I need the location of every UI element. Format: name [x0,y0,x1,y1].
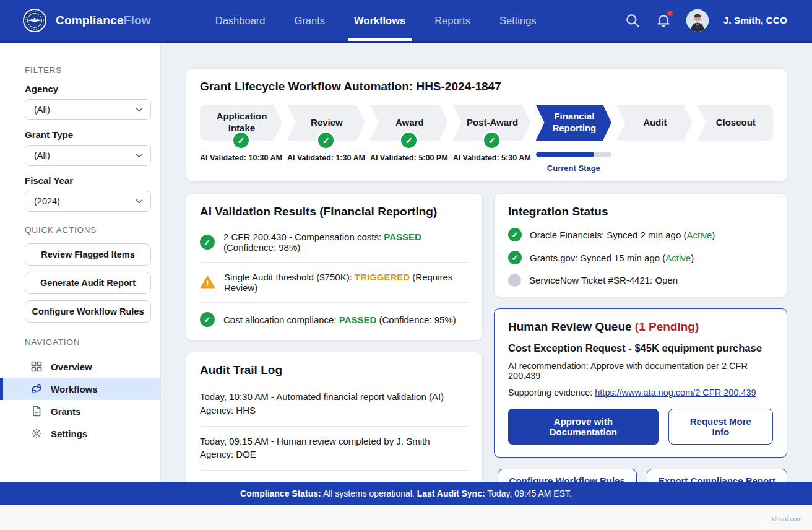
stage-validated-caption: AI Validated: 10:30 AM [200,154,282,162]
integration-status-card: Integration Status ✓ Oracle Financials: … [494,193,787,297]
gray-dot-icon [508,274,521,287]
approve-with-documentation-button[interactable]: Approve with Documentation [508,409,659,445]
fiscal-year-filter-label: Fiscal Year [25,175,150,186]
stage-chip-current[interactable]: Financial Reporting [536,105,611,141]
warning-triangle-icon: ! [200,275,215,290]
stage-application-intake: Application Intake ✓ AI Validated: 10:30… [200,105,282,173]
current-stage-progressbar [536,152,611,157]
evidence-link[interactable]: https://www.ata:nog.com/2 CFR 200.439 [595,388,756,398]
stage-chip[interactable]: Closeout [698,105,773,141]
ai-validation-title: AI Validation Results (Financial Reporti… [200,205,469,219]
svg-text:!: ! [207,279,209,288]
validation-row: ✓ 2 CFR 200.430 - Compensation costs: PA… [200,222,469,263]
integration-status-title: Integration Status [508,205,773,219]
user-avatar[interactable] [686,9,709,32]
agency-filter-label: Agency [25,84,150,94]
notifications-bell-icon[interactable] [655,12,672,28]
grant-type-select-value: (All) [34,150,50,160]
validation-text: 2 CFR 200.430 - Compensation costs: PASS… [223,232,469,253]
stage-financial-reporting: Financial Reporting Current Stage [536,105,611,173]
integration-text: Grants.gov: Synced 15 min ago (Active) [530,253,694,263]
agency-seal-logo [22,8,47,33]
export-compliance-report-button[interactable]: Export Compliance Report [647,469,787,482]
check-circle-icon: ✓ [200,235,215,250]
review-flagged-items-button[interactable]: Review Flagged Items [25,243,151,266]
nav-links: Dashboard Grants Workflows Reports Setti… [215,0,537,41]
filters-header: FILTERS [25,66,150,75]
sidebar-item-label: Settings [51,428,87,439]
nav-item-reports[interactable]: Reports [434,0,470,41]
check-circle-icon: ✓ [484,132,499,148]
user-name[interactable]: J. Smith, CCO [723,15,787,26]
audit-trail-card: Audit Trail Log Today, 10:30 AM - Automa… [186,352,483,482]
brand-name: ComplianceFlow [56,14,151,27]
agency-select[interactable]: (All) [25,99,151,120]
nav-item-workflows[interactable]: Workflows [354,0,405,41]
sidebar-item-label: Overview [51,362,92,372]
validation-text: Single Audit threshold ($750K): TRIGGERE… [224,272,469,293]
chevron-down-icon [136,153,143,158]
fiscal-year-select[interactable]: (2024) [25,191,151,212]
fiscal-year-select-value: (2024) [34,196,60,206]
sidebar-item-label: Workflows [51,384,98,394]
main-content: Grant Lifecycle Workflow Automation: HHS… [161,43,812,482]
chevron-down-icon [136,199,143,204]
check-circle-icon: ✓ [233,132,249,148]
sidebar-item-label: Grants [51,406,80,417]
search-icon[interactable] [624,12,641,28]
human-review-queue-card: Human Review Queue (1 Pending) Cost Exce… [494,308,787,458]
stage-review: Review ✓ AI Validated: 1:30 AM [287,105,365,173]
chevron-down-icon [136,107,143,112]
stage-audit: Audit [616,105,692,173]
entry-agency: Agency: DOE [200,448,469,461]
grant-type-select[interactable]: (All) [25,145,151,166]
request-more-info-button[interactable]: Request More Info [668,409,773,445]
stage-closeout: Closeout [698,105,773,173]
integration-row: ✓ Oracle Financials: Synced 2 min ago (A… [508,228,773,241]
workflow-title: Grant Lifecycle Workflow Automation: HHS… [200,80,773,93]
nav-item-settings[interactable]: Settings [499,0,537,41]
entry-agency: Agency: HHS [200,404,469,417]
audit-trail-title: Audit Trail Log [200,363,469,377]
page: ComplianceFlow Dashboard Grants Workflow… [0,0,812,530]
watermark: klusai.com [771,515,802,523]
nav-right: J. Smith, CCO [624,9,787,32]
nav-item-grants[interactable]: Grants [295,0,326,41]
workflow-icon [31,383,42,394]
stage-chip[interactable]: Audit [616,105,692,141]
supporting-evidence: Supporting evidence: https://www.ata:nog… [508,388,773,398]
nav-item-dashboard[interactable]: Dashboard [215,0,266,41]
entry-event: Today, 09:15 AM - Human review completed… [200,435,469,448]
integration-text: ServiceNow Ticket #SR-4421: Open [529,275,678,285]
sidebar: FILTERS Agency (All) Grant Type (All) Fi… [0,43,161,482]
workflow-stages: Application Intake ✓ AI Validated: 10:30… [200,105,773,173]
ai-recommendation: AI recommendation: Approve with document… [508,361,773,381]
sidebar-item-grants[interactable]: Grants [0,400,160,422]
brand: ComplianceFlow [22,8,151,33]
quick-actions-header: QUICK ACTIONS [25,225,150,235]
check-circle-icon: ✓ [318,132,334,148]
check-circle-icon: ✓ [508,251,522,264]
configure-workflow-rules-footer-button[interactable]: Configure Workflow Rules [498,469,637,482]
stage-validated-caption: AI Validated: 1:30 AM [287,154,365,162]
document-icon [31,406,42,417]
compliance-status-bar: Compliance Status: All systems operation… [0,482,812,505]
integration-text: Oracle Financials: Synced 2 min ago (Act… [530,230,715,240]
notification-dot [667,11,673,16]
sidebar-item-overview[interactable]: Overview [0,355,160,378]
configure-workflow-rules-button[interactable]: Configure Workflow Rules [25,300,151,323]
stage-post-award: Post-Award ✓ AI Validated: 5:30 AM [453,105,531,173]
agency-select-value: (All) [34,105,50,115]
audit-trail-entry: Today, 09:15 AM - Human review completed… [200,427,469,471]
bottom-actions: Configure Workflow Rules Export Complian… [494,469,787,482]
sidebar-item-settings[interactable]: Settings [0,422,160,445]
validation-row: ! Single Audit threshold ($750K): TRIGGE… [200,263,469,303]
validation-row: ✓ Cost allocation compliance: PASSED (Co… [200,303,469,336]
generate-audit-report-button[interactable]: Generate Audit Report [25,272,151,294]
current-stage-caption: Current Stage [547,163,600,173]
sidebar-item-workflows[interactable]: Workflows [0,378,160,400]
gear-icon [31,428,42,439]
entry-event: Today, 10:30 AM - Automated financial re… [200,390,469,404]
workflow-card: Grant Lifecycle Workflow Automation: HHS… [186,68,787,182]
human-review-queue-title: Human Review Queue (1 Pending) [508,320,773,334]
